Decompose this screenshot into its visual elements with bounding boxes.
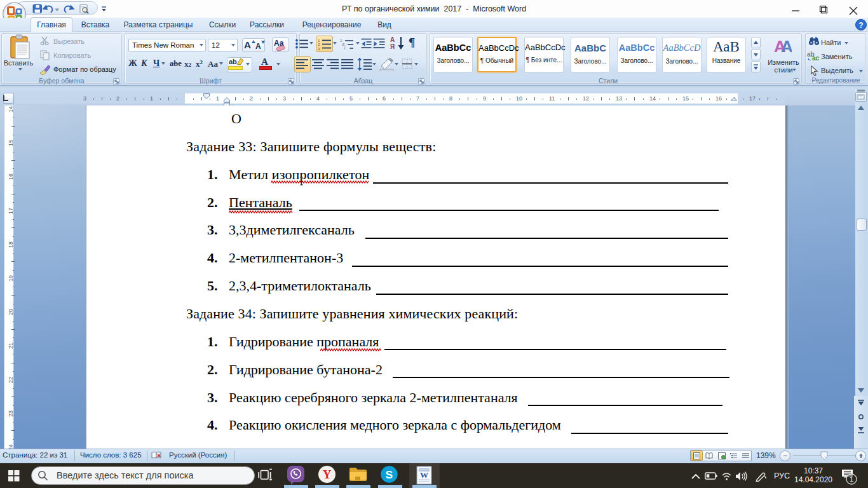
svg-text:1: 1 xyxy=(850,475,853,483)
svg-text:W: W xyxy=(420,470,428,480)
svg-text:Y: Y xyxy=(323,468,332,481)
svg-text:S: S xyxy=(386,469,393,481)
